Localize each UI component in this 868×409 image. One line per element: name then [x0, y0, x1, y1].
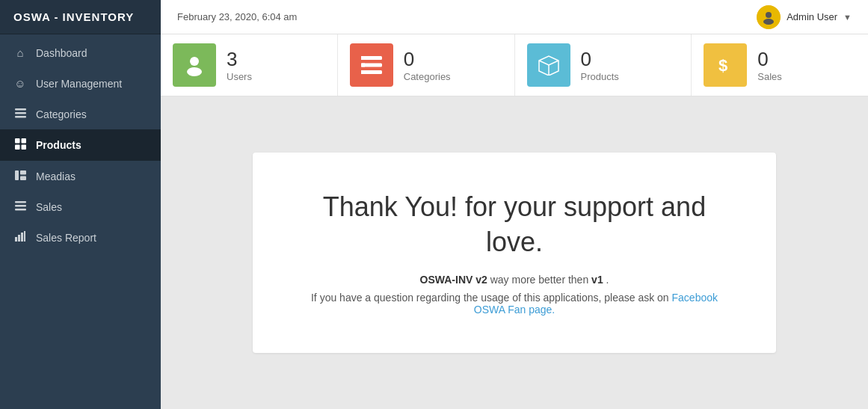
svg-rect-11	[15, 205, 26, 207]
svg-rect-1	[15, 112, 26, 114]
users-count: 3	[227, 48, 252, 71]
main-content: February 23, 2020, 6:04 am Admin User ▼	[161, 0, 868, 409]
sales-label: Sales	[757, 71, 782, 82]
sidebar-item-categories[interactable]: Categories	[0, 99, 161, 129]
sidebar-item-label: Meadias	[36, 170, 76, 182]
svg-rect-15	[21, 233, 23, 242]
svg-rect-13	[15, 237, 17, 242]
sidebar-item-label: Products	[36, 139, 81, 151]
fan-page-text: OSWA Fan page.	[474, 304, 555, 316]
sidebar-item-label: Categories	[36, 108, 87, 120]
sales-icon-box: $	[704, 43, 747, 87]
stat-products: 0 Products	[515, 34, 692, 96]
sidebar-item-sales[interactable]: Sales	[0, 191, 161, 222]
facebook-link[interactable]: Facebook	[672, 292, 718, 304]
products-icon-box	[527, 43, 570, 87]
stat-categories: 0 Categories	[338, 34, 515, 96]
home-icon: ⌂	[13, 46, 27, 59]
products-label: Products	[581, 71, 619, 82]
sidebar-item-user-management[interactable]: ☺ User Management	[0, 68, 161, 99]
svg-rect-0	[15, 108, 26, 111]
categories-label: Categories	[404, 71, 451, 82]
sidebar-item-label: Sales	[36, 201, 62, 213]
svg-rect-24	[361, 56, 365, 60]
sidebar-nav: ⌂ Dashboard ☺ User Management Categories	[0, 34, 161, 253]
products-icon	[13, 138, 27, 152]
svg-point-18	[763, 19, 774, 25]
sales-stat-info: 0 Sales	[757, 48, 782, 82]
sidebar-item-dashboard[interactable]: ⌂ Dashboard	[0, 37, 161, 68]
avatar-image	[757, 5, 781, 29]
sidebar-item-meadias[interactable]: Meadias	[0, 161, 161, 191]
categories-icon-box	[350, 43, 393, 87]
sidebar-item-label: Sales Report	[36, 232, 96, 244]
topbar: February 23, 2020, 6:04 am Admin User ▼	[161, 0, 868, 34]
svg-rect-14	[18, 235, 20, 242]
sales-report-icon	[13, 231, 27, 244]
svg-rect-16	[24, 231, 25, 242]
users-stat-info: 3 Users	[227, 48, 252, 82]
users-label: Users	[227, 71, 252, 82]
sidebar-logo: OSWA - INVENTORY	[0, 0, 161, 34]
sidebar-item-label: Dashboard	[36, 47, 87, 59]
svg-rect-25	[361, 64, 365, 67]
sidebar-item-sales-report[interactable]: Sales Report	[0, 222, 161, 253]
app-name: OSWA-INV v2	[420, 274, 487, 286]
products-count: 0	[581, 48, 619, 71]
sidebar-item-products[interactable]: Products	[0, 129, 161, 161]
welcome-title: Thank You! for your support and love.	[298, 190, 731, 260]
svg-rect-3	[15, 138, 20, 144]
categories-icon	[13, 108, 27, 120]
categories-stat-info: 0 Categories	[404, 48, 451, 82]
welcome-subtitle: OSWA-INV v2 way more better then v1 .	[298, 274, 731, 286]
stats-bar: 3 Users 0 Categories	[161, 34, 868, 96]
svg-rect-7	[15, 170, 19, 180]
svg-rect-5	[15, 145, 20, 150]
meadias-icon	[13, 170, 27, 182]
dashboard-content: Thank You! for your support and love. OS…	[161, 96, 868, 409]
svg-point-19	[190, 57, 199, 66]
sidebar-item-label: User Management	[36, 78, 122, 90]
users-icon-box	[173, 43, 216, 87]
dropdown-arrow-icon: ▼	[843, 13, 852, 22]
welcome-card: Thank You! for your support and love. OS…	[253, 153, 776, 353]
svg-rect-10	[15, 201, 26, 203]
svg-text:$: $	[718, 56, 727, 75]
welcome-body: If you have a question regarding the usa…	[298, 292, 731, 316]
svg-rect-4	[21, 138, 26, 144]
svg-rect-26	[361, 70, 365, 74]
stat-users: 3 Users	[161, 34, 338, 96]
svg-rect-2	[15, 116, 26, 118]
sidebar: OSWA - INVENTORY ⌂ Dashboard ☺ User Mana…	[0, 0, 161, 409]
avatar	[757, 5, 781, 29]
svg-point-17	[766, 12, 772, 18]
sales-icon	[13, 200, 27, 213]
user-name: Admin User	[787, 11, 837, 22]
sales-count: 0	[757, 48, 782, 71]
svg-rect-6	[21, 145, 26, 150]
stat-sales: $ 0 Sales	[692, 34, 868, 96]
topbar-user[interactable]: Admin User ▼	[757, 5, 852, 29]
user-icon: ☺	[13, 77, 27, 90]
version-v1: v1	[591, 274, 603, 286]
products-stat-info: 0 Products	[581, 48, 619, 82]
svg-rect-12	[15, 209, 26, 211]
categories-count: 0	[404, 48, 451, 71]
svg-rect-8	[20, 170, 26, 175]
svg-rect-9	[20, 176, 26, 181]
subtitle-end: .	[603, 274, 609, 286]
topbar-date: February 23, 2020, 6:04 am	[177, 11, 297, 22]
welcome-body-text: If you have a question regarding the usa…	[311, 292, 672, 304]
subtitle-middle: way more better then	[487, 274, 591, 286]
svg-point-20	[187, 67, 202, 76]
